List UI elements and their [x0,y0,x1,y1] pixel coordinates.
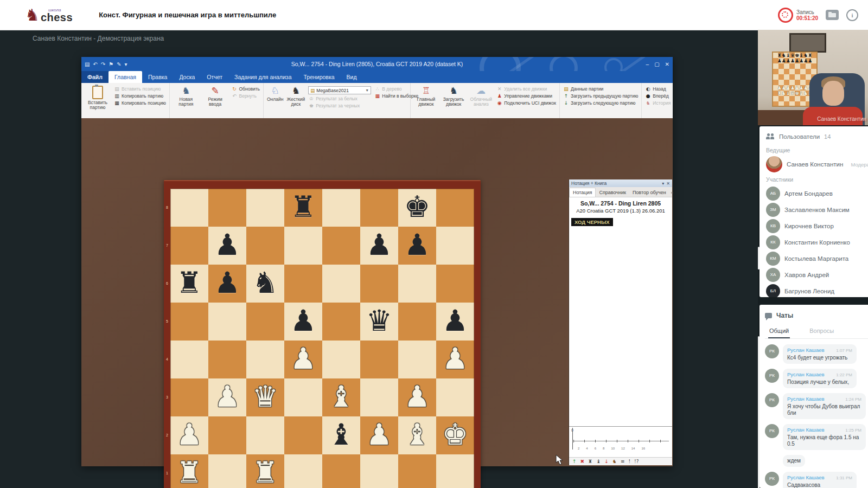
black-king[interactable]: ♚ [398,189,436,227]
knight-annotation-icon[interactable]: ♞ [612,459,617,464]
interesting-move-icon[interactable]: !? [634,459,639,464]
tabs-overflow-icon[interactable]: » [669,189,675,197]
message-author[interactable]: Руслан Кашаев [787,396,825,402]
black-pawn[interactable]: ♟ [208,227,246,265]
result-black-button[interactable]: ♚Результат за черных [308,103,371,108]
flag-icon[interactable]: ⚑ [108,61,113,67]
quickbar-dropdown-icon[interactable]: ▾ [125,61,127,67]
rook-annotation-icon[interactable]: ♜ [588,459,592,464]
hard-disk-search-button[interactable]: ♞ Жесткий диск [286,85,305,107]
undo-icon[interactable]: ↶ [93,61,97,67]
participant-row[interactable]: КК Константин Корниенко [766,235,868,250]
white-pawn[interactable]: ♟ [360,416,398,454]
message-author[interactable]: Руслан Кашаев [787,427,825,433]
maximize-button[interactable]: ▢ [654,61,659,67]
refresh-button[interactable]: ↻Обновить [232,86,260,92]
load-engine-button[interactable]: ♞ Загрузить движок [442,85,466,107]
participant-row[interactable]: БЛ Багрунов Леонид [766,284,868,297]
participant-row[interactable]: ЗМ Заславленков Максим [766,202,868,217]
chat-messages[interactable]: РК Руслан Кашаев 1:07 PM Кс4 будет еще у… [765,339,868,488]
tab-analysis-tasks[interactable]: Задания для анализа [228,71,297,83]
database-select[interactable]: ▤ MegaBase2021 ▼ [308,86,371,94]
black-bishop[interactable]: ♝ [322,416,360,454]
load-previous-game-button[interactable]: ↑Загрузить предыдущую партию [563,93,638,99]
tab-file[interactable]: Файл [81,71,108,83]
redo-icon[interactable]: ↷ [101,61,105,67]
host-row[interactable]: Санаев Константин Модератор [766,157,868,172]
black-rook[interactable]: ♜ [170,265,208,303]
white-king[interactable]: ♚ [436,416,474,454]
black-pawn[interactable]: ♟ [436,303,474,341]
forward-button[interactable]: ●Вперёд [645,93,671,99]
black-pawn[interactable]: ♟ [208,265,246,303]
input-mode-button[interactable]: ✎ Режим ввода [202,85,228,107]
white-pawn[interactable]: ♟ [208,378,246,416]
presenter-video[interactable]: ♜♞♝♛♚♝♞♜♟♟♟♟♟♟♟♟♟♟♟♟♟♟♟♟♜♞♝♛♚♝♞♜ Санаев … [758,30,868,125]
tab-training[interactable]: Тренировка [298,71,341,83]
black-rook[interactable]: ♜ [284,189,322,227]
participant-row[interactable]: ХА Хавров Андрей [766,267,868,282]
participant-row[interactable]: КМ Костылева Маргарита [766,251,868,266]
black-pawn[interactable]: ♟ [284,303,322,341]
notation-content[interactable]: So,W... 2754 - Ding Liren 2805 A20 Croat… [569,197,672,426]
copy-game-button[interactable]: ▥Копировать партию [114,93,166,99]
delete-icon[interactable]: ✖ [580,459,585,464]
bishop-annotation-icon[interactable]: ♝ [596,459,601,464]
tab-notation[interactable]: Нотация [569,188,596,197]
tab-reference[interactable]: Справочник [596,188,629,197]
revert-button[interactable]: ↶Вернуть [232,93,260,99]
black-pawn[interactable]: ♟ [398,227,436,265]
paste-game-button[interactable]: Вставить партию [85,85,111,110]
tab-edit[interactable]: Правка [142,71,173,83]
chat-scrollbar[interactable] [758,336,760,488]
uci-engine-button[interactable]: ◉Подключить UCI движок [496,100,556,106]
message-author[interactable]: Руслан Кашаев [787,474,825,480]
game-data-button[interactable]: ▤Данные партии [563,86,638,92]
black-queen[interactable]: ♛ [360,303,398,341]
recording-indicator[interactable]: Запись 00:51:20 [778,8,818,23]
copy-position-button[interactable]: ▦Копировать позицию [114,100,166,106]
brand-logo[interactable]: ♞ школа chess [25,7,73,23]
message-author[interactable]: Руслан Кашаев [787,347,825,353]
window-title-bar[interactable]: So,W... 2754 - Ding Liren (2805), Croati… [81,57,673,71]
history-button[interactable]: ♞История [645,100,671,106]
users-scrollbar[interactable] [758,247,760,269]
tab-general-chat[interactable]: Общий [768,324,790,338]
white-pawn[interactable]: ♟ [398,378,436,416]
white-pawn[interactable]: ♟ [436,341,474,378]
tab-view[interactable]: Вид [341,71,363,83]
edit-icon[interactable]: ✎ [117,61,121,67]
new-game-button[interactable]: ♞ Новая партия [173,85,199,107]
files-folder-icon[interactable] [826,10,839,20]
minimize-button[interactable]: – [646,61,649,67]
save-icon[interactable]: ▤ [85,61,90,67]
white-bishop[interactable]: ♝ [398,416,436,454]
eval-up-icon[interactable]: ↑ [572,459,577,464]
cloud-analysis-button[interactable]: ☁ Облачный анализ [469,85,493,107]
paste-position-button[interactable]: ▤Вставить позицию [114,86,166,92]
tab-home[interactable]: Главная [108,71,142,83]
white-rook[interactable]: ♜ [170,454,208,488]
back-button[interactable]: ◐Назад [645,86,671,92]
info-icon[interactable]: i [846,9,858,21]
black-knight[interactable]: ♞ [246,265,284,303]
white-queen[interactable]: ♛ [246,378,284,416]
message-author[interactable]: Руслан Кашаев [787,371,825,377]
tab-questions[interactable]: Вопросы [808,324,835,338]
load-next-game-button[interactable]: ↓Загрузить следующую партию [563,100,638,106]
tab-board[interactable]: Доска [173,71,201,83]
lines-icon[interactable]: ≡ [621,459,625,464]
evaluation-graph[interactable]: 0 2 4 6 8 10 12 14 16 [569,426,672,457]
tab-report[interactable]: Отчет [201,71,228,83]
black-pawn[interactable]: ♟ [360,227,398,265]
online-search-button[interactable]: ♘ Онлайн [267,85,283,102]
participant-row[interactable]: АБ Артем Бондарев [766,186,868,201]
tab-training-repeat[interactable]: Повтор обучен [629,188,669,197]
white-pawn[interactable]: ♟ [170,416,208,454]
white-pawn[interactable]: ♟ [284,341,322,378]
eval-down-icon[interactable]: ↓ [604,459,609,464]
white-rook[interactable]: ♜ [246,454,284,488]
main-engine-button[interactable]: ♖ Главный движок [414,85,438,107]
panel-close-icon[interactable]: ✕ [666,181,670,186]
collapse-icon[interactable]: ▾ [662,181,664,186]
